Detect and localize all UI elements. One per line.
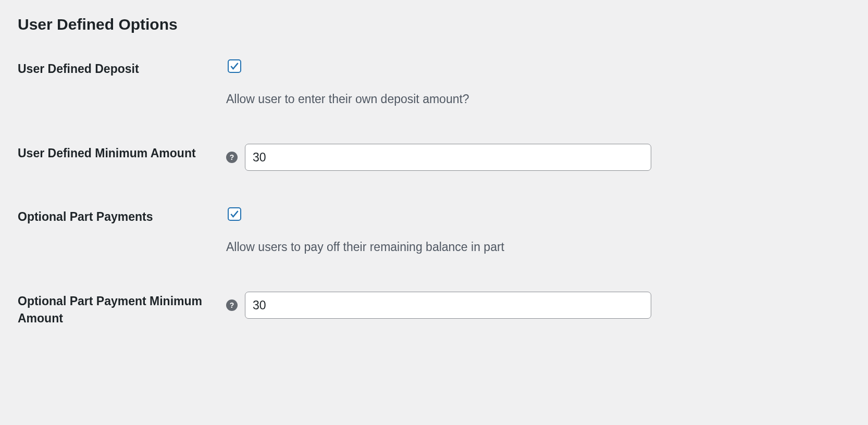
user-defined-deposit-checkbox[interactable]: [228, 59, 241, 73]
field-description: Allow user to enter their own deposit am…: [226, 91, 469, 107]
check-icon: [229, 61, 240, 71]
field-row-user-defined-deposit: User Defined Deposit Allow user to enter…: [18, 59, 850, 107]
field-label: Optional Part Payments: [18, 207, 226, 225]
field-row-user-defined-minimum-amount: User Defined Minimum Amount ?: [18, 144, 850, 171]
optional-part-payment-minimum-amount-input[interactable]: [245, 292, 651, 319]
user-defined-minimum-amount-input[interactable]: [245, 144, 651, 171]
field-label: Optional Part Payment Minimum Amount: [18, 292, 226, 326]
field-description: Allow users to pay off their remaining b…: [226, 239, 504, 255]
optional-part-payments-checkbox[interactable]: [228, 207, 241, 221]
help-icon[interactable]: ?: [226, 299, 238, 311]
field-label: User Defined Minimum Amount: [18, 144, 226, 161]
help-icon[interactable]: ?: [226, 152, 238, 163]
field-label: User Defined Deposit: [18, 59, 226, 77]
section-title: User Defined Options: [18, 16, 850, 33]
field-row-optional-part-payment-minimum-amount: Optional Part Payment Minimum Amount ?: [18, 292, 850, 326]
check-icon: [229, 209, 240, 219]
field-row-optional-part-payments: Optional Part Payments Allow users to pa…: [18, 207, 850, 255]
